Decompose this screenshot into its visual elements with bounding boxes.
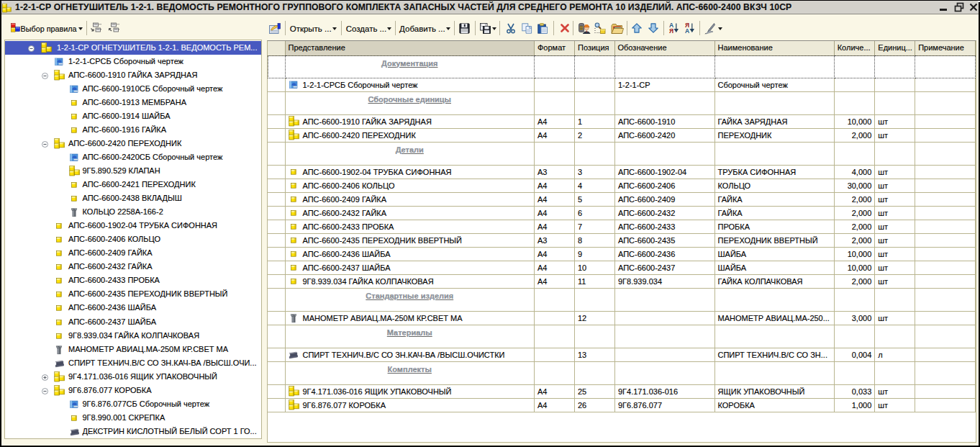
svg-text:Я: Я xyxy=(669,27,673,34)
svg-text:А: А xyxy=(685,27,689,34)
